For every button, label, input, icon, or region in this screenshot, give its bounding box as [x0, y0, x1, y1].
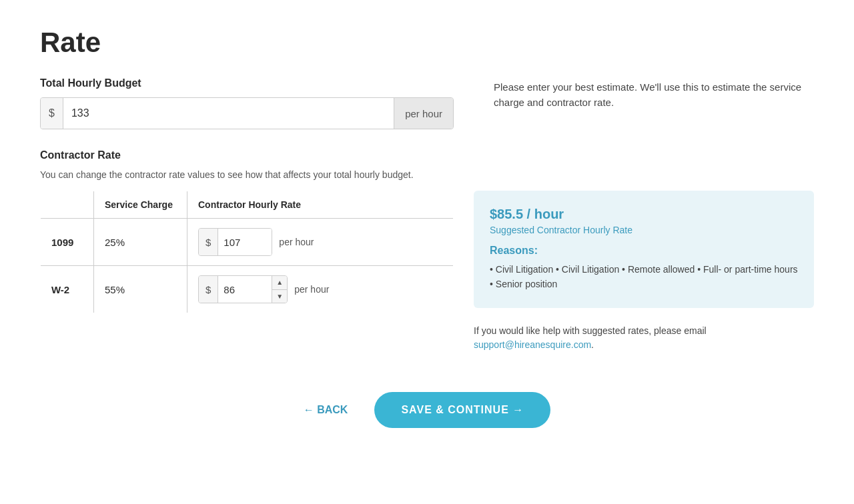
budget-section: Total Hourly Budget $ per hour — [40, 77, 454, 129]
per-hour-w2: per hour — [294, 284, 329, 295]
back-button[interactable]: ← BACK — [304, 404, 348, 416]
rate-input-cell-w2: $ ▲ ▼ per hour — [198, 275, 442, 303]
rate-input-cell-1099: $ per hour — [198, 228, 442, 256]
page-container: Rate Total Hourly Budget $ per hour Plea… — [0, 0, 854, 468]
contractor-rate-label: Contractor Rate — [40, 149, 814, 161]
info-reasons-label: Reasons: — [490, 245, 798, 257]
rate-input-w2[interactable] — [218, 276, 272, 303]
per-hour-1099: per hour — [279, 237, 314, 247]
rate-cell-1099: $ per hour — [187, 219, 454, 266]
budget-input-row: $ per hour — [40, 97, 454, 129]
budget-label: Total Hourly Budget — [40, 77, 454, 89]
top-section: Total Hourly Budget $ per hour Please en… — [40, 77, 814, 129]
help-text-prefix: If you would like help with suggested ra… — [474, 325, 707, 336]
th-empty — [41, 191, 94, 219]
contractor-desc: You can change the contractor rate value… — [40, 169, 814, 180]
contractor-section: Contractor Rate You can change the contr… — [40, 149, 814, 352]
rate-dollar-w2: $ — [199, 276, 218, 303]
th-service-charge: Service Charge — [94, 191, 187, 219]
row-id-1099: 1099 — [41, 219, 94, 266]
rate-input-wrap-w2: $ ▲ ▼ — [198, 275, 288, 303]
rate-input-1099[interactable] — [218, 229, 272, 255]
stepper-down-w2[interactable]: ▼ — [272, 290, 287, 304]
budget-hint: Please enter your best estimate. We'll u… — [494, 77, 814, 110]
table-row: W-2 55% $ ▲ ▼ — [41, 266, 454, 313]
info-reasons-text: • Civil Litigation • Civil Litigation • … — [490, 262, 798, 292]
stepper-up-w2[interactable]: ▲ — [272, 275, 287, 290]
th-contractor-rate: Contractor Hourly Rate — [187, 191, 454, 219]
page-title: Rate — [40, 27, 814, 59]
info-rate: $85.5 / hour — [490, 207, 798, 222]
budget-hint-text: Please enter your best estimate. We'll u… — [494, 80, 814, 110]
help-email-link[interactable]: support@hireanesquire.com — [474, 339, 591, 350]
service-charge-1099: 25% — [94, 219, 187, 266]
footer: ← BACK SAVE & CONTINUE → — [40, 392, 814, 441]
info-suggested: Suggested Contractor Hourly Rate — [490, 225, 798, 235]
rate-cell-w2: $ ▲ ▼ per hour — [187, 266, 454, 313]
rate-stepper-w2: ▲ ▼ — [272, 275, 287, 303]
help-text-suffix: . — [591, 339, 594, 350]
service-charge-w2: 55% — [94, 266, 187, 313]
right-info-col: $85.5 / hour Suggested Contractor Hourly… — [474, 191, 814, 352]
help-text-block: If you would like help with suggested ra… — [474, 324, 814, 352]
per-hour-badge: per hour — [394, 98, 453, 129]
table-row: 1099 25% $ per hour — [41, 219, 454, 266]
info-box: $85.5 / hour Suggested Contractor Hourly… — [474, 191, 814, 308]
dollar-sign: $ — [41, 98, 63, 129]
rate-input-wrap-1099: $ — [198, 228, 272, 256]
budget-input[interactable] — [63, 98, 394, 129]
main-content: Service Charge Contractor Hourly Rate 10… — [40, 191, 814, 352]
save-continue-button[interactable]: SAVE & CONTINUE → — [374, 392, 550, 428]
rate-table-container: Service Charge Contractor Hourly Rate 10… — [40, 191, 454, 313]
rate-dollar-1099: $ — [199, 229, 218, 255]
rate-table: Service Charge Contractor Hourly Rate 10… — [40, 191, 454, 313]
row-id-w2: W-2 — [41, 266, 94, 313]
